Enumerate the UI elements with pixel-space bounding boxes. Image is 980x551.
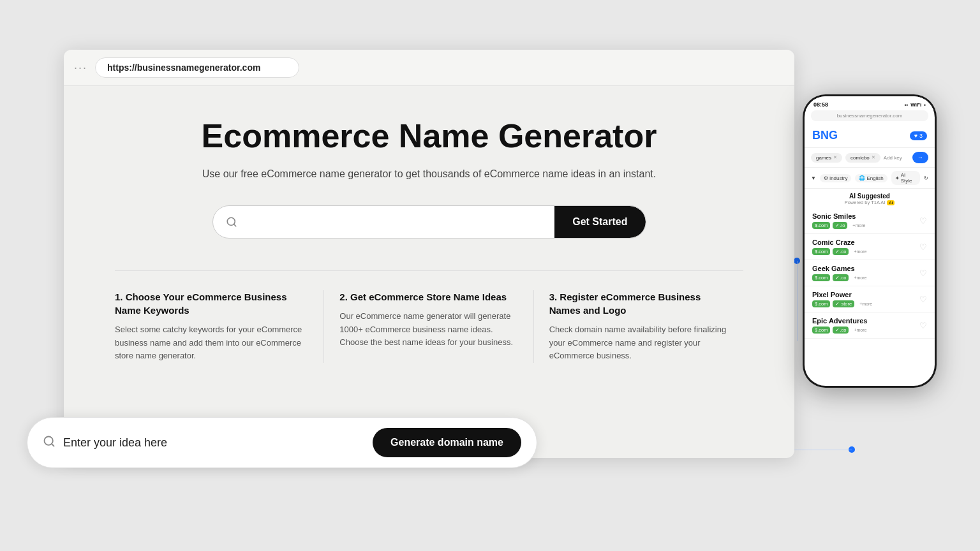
domain-com: $.com	[812, 274, 830, 281]
ai-suggested-label: AI Suggested	[812, 193, 927, 200]
domain-more: +more	[857, 301, 875, 307]
phone-results: Sonic Smiles $.com ✓.io +more ♡ Comic Cr…	[805, 208, 935, 386]
result-domains: $.com ✓.co +more	[812, 274, 870, 281]
search-input[interactable]	[248, 206, 555, 238]
browser-window: ··· https://businessnamegenerator.com Ec…	[64, 50, 794, 458]
phone-ai-header: AI Suggested Powered by T1A AI AI	[805, 189, 935, 208]
result-name: Geek Games	[812, 265, 870, 272]
refresh-icon[interactable]: ↻	[924, 175, 928, 181]
result-domains: $.com ✓.co +more	[812, 248, 870, 255]
step-3-title: 3. Register eCommerce Business Names and…	[549, 290, 728, 317]
language-label: English	[866, 175, 883, 181]
page-title: Ecommerce Name Generator	[115, 118, 743, 154]
filter-icon-ai: ✦	[895, 175, 900, 181]
result-item: Geek Games $.com ✓.co +more ♡	[805, 260, 935, 286]
favorite-button[interactable]: ♡	[919, 242, 927, 252]
filter-icon-industry: ⚙	[824, 175, 828, 181]
industry-label: Industry	[829, 175, 847, 181]
language-filter[interactable]: 🌐 English	[855, 174, 887, 182]
filter-icon-language: 🌐	[859, 175, 865, 181]
step-3-desc: Check domain name availability before fi…	[549, 323, 728, 363]
result-left: Geek Games $.com ✓.co +more	[812, 265, 870, 281]
domain-co: ✓.co	[833, 274, 849, 281]
result-item: Sonic Smiles $.com ✓.io +more ♡	[805, 208, 935, 234]
result-item: Comic Craze $.com ✓.co +more ♡	[805, 234, 935, 260]
bottom-search-icon	[43, 435, 56, 451]
phone-inner: 08:58 ▪▪ WiFi ▪ businessnamegenerator.co…	[805, 96, 935, 386]
page-subtitle: Use our free eCommerce name generator to…	[115, 166, 743, 182]
svg-line-1	[234, 224, 235, 226]
phone-filters: ▼ ⚙ Industry 🌐 English ✦ AI Style ↻	[805, 168, 935, 189]
tag-games[interactable]: games ✕	[811, 153, 842, 163]
tag-comicbo-close[interactable]: ✕	[872, 155, 875, 160]
step-1-desc: Select some catchy keywords for your eCo…	[115, 323, 308, 363]
bottom-search-placeholder: Enter your idea here	[63, 436, 365, 450]
filter-icon: ▼	[811, 175, 816, 181]
tag-games-close[interactable]: ✕	[833, 155, 837, 160]
result-left: Comic Craze $.com ✓.co +more	[812, 239, 870, 255]
result-name-pixel-power: Pixel Power	[812, 291, 875, 298]
ai-badge: AI	[887, 200, 895, 205]
result-item: Epic Adventures $.com ✓.co +more ♡	[805, 312, 935, 339]
result-left: Pixel Power $.com ✓ store +more	[812, 291, 875, 307]
result-name: Comic Craze	[812, 239, 870, 246]
domain-more: +more	[851, 275, 869, 281]
bng-logo: BNG	[812, 129, 838, 142]
browser-dots: ···	[74, 61, 87, 75]
get-started-button[interactable]: Get Started	[554, 206, 645, 238]
domain-more: +more	[850, 223, 868, 228]
domain-more: +more	[851, 249, 869, 254]
favorite-button[interactable]: ♡	[919, 295, 927, 304]
step-2: 2. Get eCommerce Store Name Ideas Our eC…	[324, 290, 533, 363]
step-1: 1. Choose Your eCommerce Business Name K…	[115, 290, 324, 363]
battery-icon: ▪	[924, 102, 926, 108]
generate-button[interactable]: Generate domain name	[373, 428, 521, 457]
phone-status-right: ▪▪ WiFi ▪	[905, 102, 926, 108]
result-name: Epic Adventures	[812, 317, 870, 325]
phone-status-bar: 08:58 ▪▪ WiFi ▪	[805, 96, 935, 110]
step-2-title: 2. Get eCommerce Store Name Ideas	[339, 290, 517, 304]
selection-line	[797, 261, 798, 341]
domain-com: $.com	[812, 300, 830, 307]
svg-line-3	[52, 443, 54, 446]
result-left: Sonic Smiles $.com ✓.io +more	[812, 212, 868, 229]
bottom-search-bar[interactable]: Enter your idea here Generate domain nam…	[27, 417, 537, 468]
browser-url-bar[interactable]: https://businessnamegenerator.com	[95, 57, 299, 78]
step-1-title: 1. Choose Your eCommerce Business Name K…	[115, 290, 308, 317]
phone-search-tags: games ✕ comicbo ✕ Add key →	[805, 148, 935, 168]
domain-com: $.com	[812, 248, 830, 255]
wifi-icon: WiFi	[910, 102, 921, 108]
phone-mockup: 08:58 ▪▪ WiFi ▪ businessnamegenerator.co…	[803, 94, 937, 388]
heart-icon: ♥	[914, 133, 917, 139]
result-left: Epic Adventures $.com ✓.co +more	[812, 317, 870, 334]
favorite-button[interactable]: ♡	[919, 268, 927, 278]
favorite-button[interactable]: ♡	[919, 216, 927, 226]
domain-co: ✓.co	[833, 327, 849, 334]
go-button[interactable]: →	[912, 152, 928, 163]
favorites-count: 3	[919, 133, 923, 139]
add-keyword-label[interactable]: Add key	[884, 155, 902, 161]
favorite-button[interactable]: ♡	[919, 321, 927, 330]
browser-chrome: ··· https://businessnamegenerator.com	[64, 50, 794, 86]
phone-time: 08:58	[813, 101, 828, 108]
main-search-bar[interactable]: Get Started	[212, 205, 646, 239]
signal-icon: ▪▪	[905, 102, 909, 108]
domain-store: ✓ store	[833, 300, 854, 307]
tag-comicbo[interactable]: comicbo ✕	[845, 153, 880, 163]
step-3: 3. Register eCommerce Business Names and…	[534, 290, 743, 363]
result-domains: $.com ✓ store +more	[812, 300, 875, 307]
result-name: Sonic Smiles	[812, 212, 868, 220]
industry-filter[interactable]: ⚙ Industry	[820, 174, 851, 182]
domain-com: $.com	[812, 327, 830, 334]
ai-style-filter[interactable]: ✦ AI Style	[891, 171, 920, 185]
ai-style-label: AI Style	[901, 172, 916, 184]
domain-io: ✓.io	[833, 222, 847, 229]
favorites-badge: ♥ 3	[910, 131, 927, 140]
browser-content: Ecommerce Name Generator Use our free eC…	[64, 86, 794, 388]
domain-com: $.com	[812, 222, 830, 229]
phone-header: BNG ♥ 3	[805, 125, 935, 148]
steps-grid: 1. Choose Your eCommerce Business Name K…	[115, 270, 743, 363]
search-icon	[213, 216, 248, 228]
domain-co: ✓.co	[833, 248, 849, 255]
ai-powered-label: Powered by T1A AI AI	[812, 200, 927, 205]
